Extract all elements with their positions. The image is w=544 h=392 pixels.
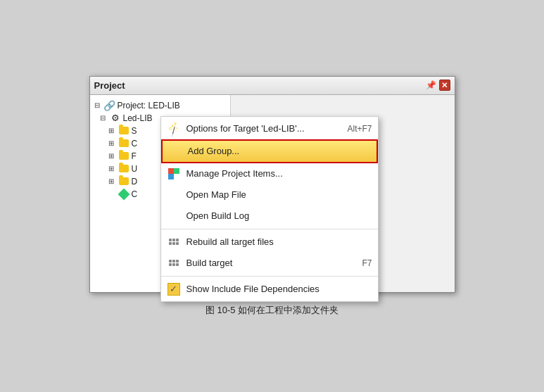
check-icon: ✓ — [167, 282, 181, 296]
component-label: C — [132, 189, 138, 199]
folder-f-icon — [118, 151, 129, 162]
open-build-log-icon-space — [167, 209, 181, 223]
menu-open-build-log-label: Open Build Log — [186, 210, 372, 221]
rebuild-kbd-icon — [167, 235, 181, 249]
outer-wrapper: Project 📌 ✕ ⊟ 🔗 Project: LED-LIB ⊟ — [89, 76, 455, 317]
menu-manage-items-label: Manage Project Items... — [186, 168, 372, 179]
build-kbd-icon — [167, 256, 181, 270]
folder-u-label: U — [132, 164, 138, 174]
open-map-icon-space — [167, 188, 181, 202]
menu-separator-2 — [161, 276, 378, 277]
tree-target-label: Led-LIB — [123, 113, 153, 123]
tree-root[interactable]: ⊟ 🔗 Project: LED-LIB — [93, 99, 227, 112]
expander-target: ⊟ — [100, 114, 110, 122]
menu-manage-items[interactable]: Manage Project Items... — [161, 163, 378, 184]
menu-open-build-log[interactable]: Open Build Log — [161, 206, 378, 227]
title-bar-buttons: 📌 ✕ — [426, 80, 450, 91]
expander-u: ⊞ — [108, 165, 118, 172]
menu-build-target-label: Build target — [186, 258, 343, 268]
window-title: Project — [94, 80, 125, 91]
expander-root: ⊟ — [94, 101, 104, 109]
pin-icon[interactable]: 📌 — [426, 80, 436, 90]
tree-root-label: Project: LED-LIB — [118, 101, 180, 110]
menu-rebuild-all[interactable]: Rebuild all target files — [161, 232, 378, 253]
menu-options-target[interactable]: 🪄 Options for Target 'Led-LIB'... Alt+F7 — [161, 118, 378, 139]
project-icon: 🔗 — [104, 100, 115, 111]
title-bar: Project 📌 ✕ — [90, 77, 455, 95]
expander-comp — [108, 190, 118, 198]
project-window: Project 📌 ✕ ⊟ 🔗 Project: LED-LIB ⊟ — [89, 76, 455, 293]
folder-f-label: F — [132, 151, 137, 161]
menu-open-map[interactable]: Open Map File — [161, 184, 378, 206]
menu-options-target-shortcut: Alt+F7 — [347, 124, 372, 134]
add-group-icon-space — [168, 144, 182, 158]
menu-add-group[interactable]: Add Group... — [161, 139, 378, 163]
figure-caption: 图 10-5 如何在工程中添加文件夹 — [205, 304, 339, 317]
expander-d: ⊞ — [108, 177, 118, 185]
menu-build-target[interactable]: Build target F7 — [161, 253, 378, 274]
menu-open-map-label: Open Map File — [186, 189, 372, 200]
expander-c: ⊞ — [108, 139, 118, 147]
menu-build-target-shortcut: F7 — [362, 258, 372, 268]
target-icon: ⚙ — [110, 113, 121, 124]
wand-icon: 🪄 — [167, 122, 181, 136]
title-bar-title: Project — [94, 80, 125, 91]
folder-s-label: S — [132, 126, 137, 136]
folder-d-label: D — [132, 177, 138, 186]
menu-show-deps[interactable]: ✓ Show Include File Dependencies — [161, 279, 378, 300]
folder-c-icon — [118, 138, 129, 149]
folder-s-icon — [118, 125, 129, 137]
expander-f: ⊞ — [108, 152, 118, 160]
window-content: ⊟ 🔗 Project: LED-LIB ⊟ ⚙ Led-LIB ⊞ S — [90, 95, 455, 292]
menu-add-group-label: Add Group... — [188, 146, 371, 156]
folder-d-icon — [118, 176, 129, 187]
menu-show-deps-label: Show Include File Dependencies — [186, 284, 372, 294]
menu-separator-1 — [161, 229, 378, 229]
context-menu: 🪄 Options for Target 'Led-LIB'... Alt+F7… — [160, 116, 379, 302]
manage-icon — [167, 167, 181, 181]
close-button[interactable]: ✕ — [439, 80, 450, 91]
expander-s: ⊞ — [108, 127, 118, 134]
folder-c-label: C — [132, 139, 138, 148]
menu-options-target-label: Options for Target 'Led-LIB'... — [186, 123, 328, 134]
folder-u-icon — [118, 163, 129, 175]
diamond-icon — [118, 189, 129, 200]
menu-rebuild-all-label: Rebuild all target files — [186, 236, 372, 247]
